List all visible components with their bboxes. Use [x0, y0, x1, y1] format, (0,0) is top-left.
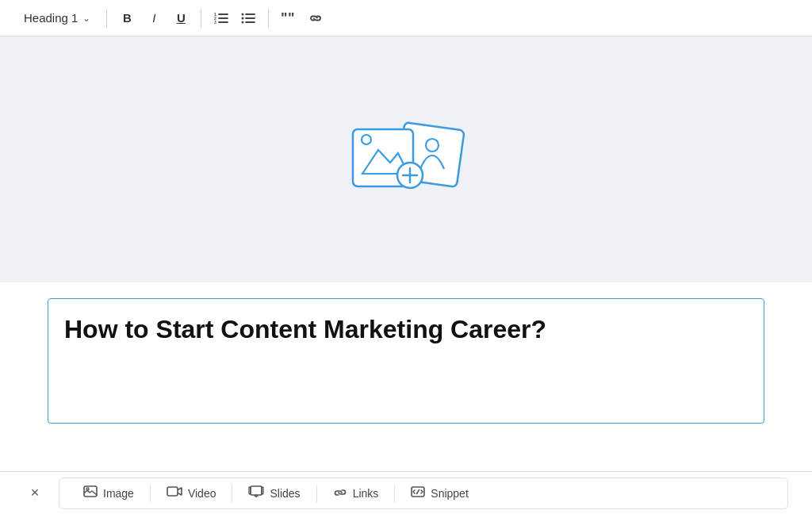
unordered-list-button[interactable] — [236, 6, 260, 30]
svg-line-30 — [417, 489, 419, 493]
insert-links-item[interactable]: Links — [317, 481, 395, 505]
heading-text-input[interactable] — [48, 298, 764, 424]
close-button[interactable]: × — [24, 482, 46, 504]
add-image-icon — [339, 112, 473, 207]
text-area-wrapper — [0, 282, 812, 471]
underline-button[interactable]: U — [169, 6, 193, 30]
close-icon: × — [31, 485, 40, 501]
extra-buttons-group: " " — [277, 6, 327, 30]
image-upload-area[interactable] — [0, 36, 812, 282]
insert-video-label: Video — [188, 487, 216, 500]
insert-snippet-label: Snippet — [431, 487, 468, 500]
image-icon — [83, 485, 98, 501]
bottom-toolbar: × Image — [0, 471, 812, 514]
main-content: × Image — [0, 36, 812, 514]
svg-point-10 — [242, 17, 244, 19]
svg-point-11 — [242, 21, 244, 23]
svg-text:": " — [288, 12, 295, 25]
insert-image-item[interactable]: Image — [67, 481, 150, 505]
svg-text:3: 3 — [214, 20, 216, 25]
list-buttons-group: 1 2 3 — [209, 6, 260, 30]
insert-snippet-item[interactable]: Snippet — [395, 481, 484, 505]
insert-slides-item[interactable]: Slides — [232, 481, 316, 505]
link-icon — [333, 486, 347, 501]
ordered-list-button[interactable]: 1 2 3 — [209, 6, 233, 30]
toolbar-divider-2 — [201, 9, 201, 28]
italic-button[interactable]: I — [142, 6, 166, 30]
svg-point-9 — [242, 13, 244, 15]
bold-button[interactable]: B — [115, 6, 139, 30]
insert-links-label: Links — [353, 487, 379, 500]
toolbar-divider-1 — [106, 9, 107, 28]
quote-button[interactable]: " " — [277, 6, 301, 30]
heading-select-label: Heading 1 — [24, 11, 78, 25]
link-button[interactable] — [304, 6, 327, 30]
insert-video-item[interactable]: Video — [151, 481, 232, 505]
format-buttons-group: B I U — [115, 6, 193, 30]
toolbar-divider-3 — [268, 9, 269, 28]
editor-toolbar: Heading 1 ⌄ B I U 1 2 3 — [0, 0, 812, 36]
snippet-icon — [411, 486, 425, 501]
video-icon — [167, 485, 182, 501]
insert-slides-label: Slides — [270, 487, 300, 500]
heading-select[interactable]: Heading 1 ⌄ — [16, 8, 98, 28]
bottom-items-container: Image Video — [59, 478, 788, 509]
insert-image-label: Image — [103, 487, 134, 500]
svg-rect-26 — [262, 487, 263, 494]
svg-rect-23 — [167, 487, 178, 496]
svg-point-22 — [86, 488, 89, 490]
slides-icon — [248, 485, 264, 501]
svg-rect-24 — [251, 486, 262, 495]
chevron-down-icon: ⌄ — [82, 13, 90, 24]
svg-rect-25 — [249, 487, 251, 494]
svg-text:": " — [281, 12, 288, 25]
